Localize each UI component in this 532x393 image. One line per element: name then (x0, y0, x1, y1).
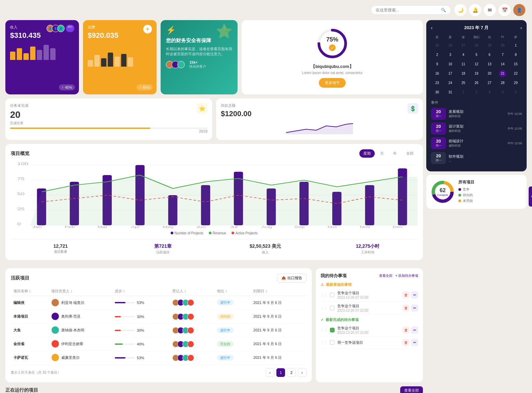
tab-year[interactable]: 年 (389, 149, 401, 158)
todo-checkbox-4[interactable] (330, 340, 335, 345)
calendar-day[interactable]: 29 (510, 79, 522, 87)
calendar-day[interactable]: 20 (483, 69, 496, 78)
tab-month[interactable]: 月 (376, 149, 388, 158)
calendar-day[interactable]: 12 (470, 60, 482, 69)
tab-week[interactable]: 星期 (359, 149, 375, 158)
user-avatar[interactable]: 👤 (513, 4, 525, 16)
calendar-day[interactable]: 17 (444, 69, 456, 78)
add-expense-button[interactable]: + (143, 25, 152, 33)
calendar-day-prev[interactable]: 30 (497, 41, 509, 50)
calendar-day-next[interactable]: 2 (470, 88, 482, 97)
calendar-day[interactable]: 14 (497, 60, 509, 69)
calendar-day[interactable]: 13 (483, 60, 496, 69)
calendar-day-prev[interactable]: 26 (444, 41, 456, 50)
topbar: 🔍 🌙 🔔 ✉ 📅 👤 (0, 0, 532, 20)
view-all-todo-button[interactable]: 查看全部 (379, 273, 392, 278)
todo-delete-2[interactable]: 🗑 (402, 304, 410, 312)
calendar-title: 2023 年 7 月 (464, 25, 489, 31)
detail-button[interactable]: 更多细节 (319, 78, 346, 88)
calendar-day-prev[interactable]: 29 (483, 41, 496, 50)
task-progress-bar (10, 128, 207, 129)
todo-edit-1[interactable]: ✏ (411, 291, 418, 299)
calendar-day[interactable]: 8 (510, 51, 522, 59)
tab-all[interactable]: 全部 (402, 149, 418, 158)
view-all-running-button[interactable]: 查看全部 (400, 386, 423, 393)
calendar-day[interactable]: 10 (444, 60, 456, 69)
calendar-day-header: 莫 (444, 34, 456, 41)
task-sub: 完成任务 (10, 121, 207, 126)
calendar-day-prev[interactable]: 27 (457, 41, 469, 50)
todo-edit-4[interactable]: ✏ (411, 339, 418, 346)
todo-checkbox-1[interactable] (330, 293, 335, 297)
calendar-day[interactable]: 5 (470, 51, 482, 59)
theme-toggle-button[interactable]: 🌙 (454, 4, 466, 16)
calendar-button[interactable]: 📅 (499, 4, 511, 16)
calendar-day[interactable]: 6 (483, 51, 496, 59)
prev-page-button[interactable]: ‹ (266, 368, 274, 377)
calendar-day[interactable]: 23 (431, 79, 443, 87)
calendar-day-next[interactable]: 1 (457, 88, 469, 97)
calendar-day[interactable]: 21 (499, 70, 506, 77)
stat-val-hours: 12,275小时 (318, 243, 418, 249)
calendar-day[interactable]: 3 (444, 51, 456, 59)
todo-text-4: 周一竞争该项目 (337, 340, 400, 345)
todo-item-done-1: ⋮⋮ 竞争这个项目 2023-12-26 07:15:00 🗑 ✏ (321, 324, 418, 337)
legend-dot-compete (458, 188, 461, 191)
calendar-day-next[interactable]: 3 (483, 88, 496, 97)
stat-lbl-projects: 项目数量 (11, 249, 110, 254)
calendar-day-next[interactable]: 5 (510, 88, 522, 97)
page-2-button[interactable]: 2 (287, 368, 296, 377)
calendar-day[interactable]: 11 (457, 60, 469, 69)
calendar-day[interactable]: 31 (444, 88, 456, 97)
event-company: 威特科技 (449, 129, 505, 133)
mail-button[interactable]: ✉ (484, 4, 496, 16)
cell-status: 进行中 (214, 323, 251, 337)
calendar-day[interactable]: 4 (457, 51, 469, 59)
calendar-day-next[interactable]: 4 (497, 88, 509, 97)
todo-checkbox-3[interactable] (330, 328, 335, 332)
todo-edit-3[interactable]: ✏ (411, 326, 418, 334)
calendar-day[interactable]: 15 (510, 60, 522, 69)
calendar-day[interactable]: 28 (497, 79, 509, 87)
calendar-day[interactable]: 1 (510, 41, 522, 50)
next-page-button[interactable]: › (298, 368, 306, 377)
calendar-grid: 苏莫涂我们社Fr萨2526272829301234567891011121314… (431, 34, 522, 97)
calendar-day[interactable]: 22 (510, 69, 522, 78)
settings-icon[interactable]: ⚙ (529, 186, 532, 207)
calendar-day[interactable]: 9 (431, 60, 443, 69)
export-button[interactable]: 📤 出口报告 (277, 273, 306, 283)
calendar-day[interactable]: 18 (457, 69, 469, 78)
search-box[interactable]: 🔍 (371, 5, 451, 15)
event-day-num: 20 (434, 153, 443, 158)
search-input[interactable] (376, 8, 438, 12)
calendar-day[interactable]: 2 (431, 51, 443, 59)
calendar-day[interactable]: 16 (431, 69, 443, 78)
cell-manager: 伊利亚念娇斯 (49, 337, 112, 351)
page-1-button[interactable]: 1 (276, 368, 285, 377)
event-company: 威特科技 (449, 144, 505, 148)
legend-compete: 竞争 (458, 187, 474, 192)
todo-checkbox-2[interactable] (330, 306, 335, 310)
calendar-day[interactable]: 7 (497, 51, 509, 59)
calendar-day-prev[interactable]: 28 (470, 41, 482, 50)
todo-delete-1[interactable]: 🗑 (402, 291, 410, 299)
check-icon: ✓ (321, 318, 324, 322)
notification-button[interactable]: 🔔 (469, 4, 481, 16)
calendar-day[interactable]: 27 (483, 79, 496, 87)
calendar-day[interactable]: 30 (431, 88, 443, 97)
savings-amount: $1200.00 (221, 109, 418, 118)
add-todo-button[interactable]: + 添加待办事项 (395, 273, 418, 278)
svg-text:50: 50 (17, 192, 25, 196)
calendar-day[interactable]: 24 (444, 79, 456, 87)
todo-delete-4[interactable]: 🗑 (402, 339, 410, 346)
calendar-day[interactable]: 19 (470, 69, 482, 78)
calendar-day-prev[interactable]: 25 (431, 41, 443, 50)
calendar-day[interactable]: 25 (457, 79, 469, 87)
next-month-button[interactable]: › (520, 25, 522, 30)
done-section-label: ✓ 最新完成的待办事项 (321, 317, 418, 322)
calendar-day-header: 社 (483, 34, 496, 41)
prev-month-button[interactable]: ‹ (431, 25, 433, 30)
todo-edit-2[interactable]: ✏ (411, 304, 418, 312)
todo-delete-3[interactable]: 🗑 (402, 326, 410, 334)
calendar-day[interactable]: 26 (470, 79, 482, 87)
